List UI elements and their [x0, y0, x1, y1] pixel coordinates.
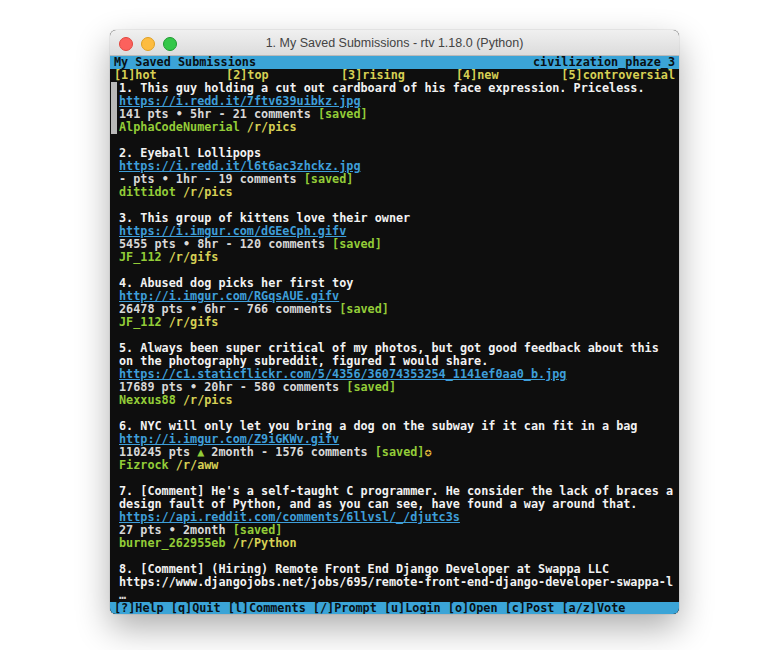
- submission-link[interactable]: https://c1.staticflickr.com/5/4356/36074…: [110, 368, 679, 381]
- bullet-separator: •: [190, 303, 197, 316]
- subreddit-name: /r/pics: [247, 121, 297, 134]
- submission-stats: - pts • 1hr - 19 comments [saved]: [110, 173, 679, 186]
- stats-info: 6hr - 766 comments: [204, 303, 332, 316]
- author-name: dittidot: [119, 186, 176, 199]
- subreddit-name: /r/pics: [183, 186, 233, 199]
- tab-top[interactable]: [2]top: [226, 69, 269, 82]
- tab-controversial[interactable]: [5]controversial: [561, 69, 675, 82]
- saved-badge: [saved]: [332, 238, 382, 251]
- saved-badge: [saved]: [375, 446, 425, 459]
- status-bar: [?]Help [q]Quit [l]Comments [/]Prompt [u…: [110, 602, 679, 614]
- saved-badge: [saved]: [304, 173, 354, 186]
- stats-points: 17689 pts: [119, 381, 183, 394]
- submission-item[interactable]: 5. Always been super critical of my phot…: [110, 342, 679, 407]
- submission-byline: Nexxus88 /r/pics: [110, 394, 679, 407]
- submission-byline: burner_262955eb /r/Python: [110, 537, 679, 550]
- submission-stats: 141 pts • 5hr - 21 comments [saved]: [110, 108, 679, 121]
- author-name: burner_262955eb: [119, 537, 226, 550]
- submission-stats: 26478 pts • 6hr - 766 comments [saved]: [110, 303, 679, 316]
- saved-badge: [saved]: [318, 108, 368, 121]
- stats-info: 1hr - 19 comments: [176, 173, 297, 186]
- stats-info: 2month - 1576 comments: [211, 446, 367, 459]
- submission-byline: dittidot /r/pics: [110, 186, 679, 199]
- author-name: Nexxus88: [119, 394, 176, 407]
- stats-info: 5hr - 21 comments: [190, 108, 311, 121]
- stats-info: 2month: [183, 524, 226, 537]
- submission-item[interactable]: 1. This guy holding a cut out cardboard …: [110, 82, 679, 134]
- stats-points: 26478 pts: [119, 303, 183, 316]
- submission-link[interactable]: http://i.imgur.com/Z9iGKWv.gifv: [110, 433, 679, 446]
- submission-stats: 27 pts • 2month [saved]: [110, 524, 679, 537]
- subreddit-name: /r/Python: [233, 537, 297, 550]
- bullet-separator: •: [183, 238, 190, 251]
- app-window: 1. My Saved Submissions - rtv 1.18.0 (Py…: [110, 30, 679, 614]
- minimize-button[interactable]: [141, 37, 155, 51]
- submission-title: 2. Eyeball Lollipops: [110, 147, 679, 160]
- saved-badge: [saved]: [233, 524, 283, 537]
- bullet-separator: •: [190, 381, 197, 394]
- author-name: Fizrock: [119, 459, 169, 472]
- tab-new[interactable]: [4]new: [456, 69, 499, 82]
- bullet-separator: •: [162, 173, 169, 186]
- submission-link[interactable]: https://api.reddit.com/comments/6llvsl/_…: [110, 511, 679, 524]
- bullet-separator: •: [169, 524, 176, 537]
- submission-title: design fault of Python, and as you can s…: [110, 498, 679, 511]
- selection-cursor: [111, 82, 117, 134]
- submission-item[interactable]: 4. Abused dog picks her first toyhttp://…: [110, 277, 679, 329]
- subreddit-name: /r/aww: [176, 459, 219, 472]
- subreddit-name: /r/gifs: [169, 316, 219, 329]
- bullet-separator: •: [176, 108, 183, 121]
- submission-item[interactable]: 6. NYC will only let you bring a dog on …: [110, 420, 679, 472]
- author-name: AlphaCodeNumerial: [119, 121, 240, 134]
- submission-link[interactable]: https://i.redd.it/7ftv639uibkz.jpg: [110, 95, 679, 108]
- submission-list: 1. This guy holding a cut out cardboard …: [110, 82, 679, 602]
- saved-badge: [saved]: [339, 303, 389, 316]
- author-name: JF_112: [119, 316, 162, 329]
- submission-title: 5. Always been super critical of my phot…: [110, 342, 679, 355]
- submission-title: on the photography subreddit, figured I …: [110, 355, 679, 368]
- submission-byline: JF_112 /r/gifs: [110, 251, 679, 264]
- submission-link[interactable]: https://i.imgur.com/dGEeCph.gifv: [110, 225, 679, 238]
- subreddit-name: /r/pics: [183, 394, 233, 407]
- subreddit-name: /r/gifs: [169, 251, 219, 264]
- stats-points: 27 pts: [119, 524, 162, 537]
- saved-badge: [saved]: [346, 381, 396, 394]
- stats-points: 5455 pts: [119, 238, 176, 251]
- truncation-ellipsis: …: [110, 589, 679, 602]
- submission-byline: Fizrock /r/aww: [110, 459, 679, 472]
- window-title: 1. My Saved Submissions - rtv 1.18.0 (Py…: [266, 36, 524, 50]
- submission-title: 8. [Comment] (Hiring) Remote Front End D…: [110, 563, 679, 576]
- stats-points: 110245 pts: [119, 446, 190, 459]
- submission-title: 1. This guy holding a cut out cardboard …: [110, 82, 679, 95]
- submission-title: 6. NYC will only let you bring a dog on …: [110, 420, 679, 433]
- submission-title: 7. [Comment] He's a self-taught C progra…: [110, 485, 679, 498]
- submission-byline: JF_112 /r/gifs: [110, 316, 679, 329]
- submission-stats: 5455 pts • 8hr - 120 comments [saved]: [110, 238, 679, 251]
- author-name: JF_112: [119, 251, 162, 264]
- tab-bar: [1]hot[2]top[3]rising[4]new[5]controvers…: [110, 69, 679, 82]
- submission-item[interactable]: 2. Eyeball Lollipopshttps://i.redd.it/l6…: [110, 147, 679, 199]
- submission-title: 4. Abused dog picks her first toy: [110, 277, 679, 290]
- submission-stats: 110245 pts ▲ 2month - 1576 comments [sav…: [110, 446, 679, 459]
- submission-title: 3. This group of kittens love their owne…: [110, 212, 679, 225]
- submission-item[interactable]: 7. [Comment] He's a self-taught C progra…: [110, 485, 679, 550]
- stats-info: 20hr - 580 comments: [204, 381, 339, 394]
- stats-points: 141 pts: [119, 108, 169, 121]
- gilded-star-icon: ✪: [424, 446, 431, 459]
- stats-info: 8hr - 120 comments: [197, 238, 325, 251]
- stats-points: - pts: [119, 173, 155, 186]
- zoom-button[interactable]: [163, 37, 177, 51]
- submission-link-text: https://www.djangojobs.net/jobs/695/remo…: [110, 576, 679, 589]
- tab-hot[interactable]: [1]hot: [114, 69, 157, 82]
- submission-link[interactable]: https://i.redd.it/l6t6ac3zhckz.jpg: [110, 160, 679, 173]
- submission-link[interactable]: http://i.imgur.com/RGqsAUE.gifv: [110, 290, 679, 303]
- submission-stats: 17689 pts • 20hr - 580 comments [saved]: [110, 381, 679, 394]
- window-titlebar[interactable]: 1. My Saved Submissions - rtv 1.18.0 (Py…: [110, 30, 679, 56]
- submission-byline: AlphaCodeNumerial /r/pics: [110, 121, 679, 134]
- close-button[interactable]: [119, 37, 133, 51]
- terminal: My Saved Submissions civilization_phaze_…: [110, 56, 679, 614]
- submission-item[interactable]: 8. [Comment] (Hiring) Remote Front End D…: [110, 563, 679, 602]
- submission-item[interactable]: 3. This group of kittens love their owne…: [110, 212, 679, 264]
- upvote-icon: ▲: [197, 446, 204, 459]
- tab-rising[interactable]: [3]rising: [341, 69, 405, 82]
